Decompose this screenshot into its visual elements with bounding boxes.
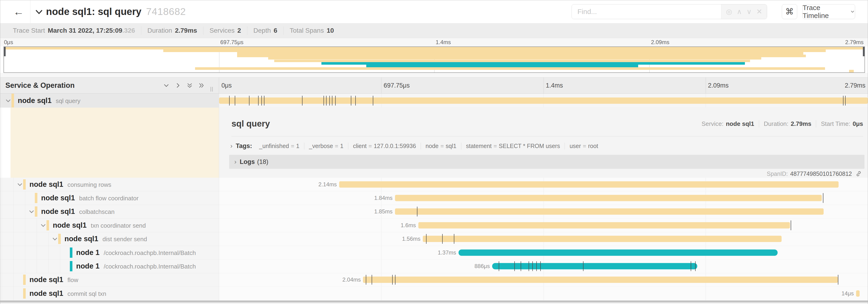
span-tree-item[interactable]: node sql1batch flow coordinator	[0, 191, 219, 205]
log-marker[interactable]	[355, 96, 356, 105]
log-marker[interactable]	[261, 96, 262, 105]
span-tree-item[interactable]: node sql1consuming rows	[0, 178, 219, 191]
minimap-right-scrubber[interactable]	[863, 47, 865, 56]
log-marker[interactable]	[540, 261, 541, 271]
log-marker[interactable]	[372, 275, 372, 284]
log-marker[interactable]	[366, 275, 366, 284]
log-marker[interactable]	[395, 275, 396, 284]
span-duration-bar[interactable]	[423, 236, 782, 242]
span-expander-icon[interactable]	[4, 97, 12, 104]
log-marker[interactable]	[532, 261, 533, 271]
span-duration-bar[interactable]	[459, 249, 778, 256]
log-marker[interactable]	[521, 261, 521, 271]
span-bar-cell[interactable]: 14μs	[219, 287, 868, 300]
span-bar-cell[interactable]: 1.84ms	[219, 191, 868, 205]
span-duration-bar[interactable]	[418, 222, 790, 228]
log-marker[interactable]	[302, 96, 303, 105]
span-tree-item[interactable]: node sql1sql query	[0, 94, 219, 108]
log-marker[interactable]	[426, 234, 427, 244]
expand-all-icon[interactable]	[198, 82, 205, 89]
tags-accordion[interactable]: › Tags: _unfinished = 1 _verbose =	[230, 140, 863, 152]
logs-accordion[interactable]: › Logs (18)	[229, 155, 865, 169]
log-marker[interactable]	[442, 234, 443, 244]
collapse-all-icon[interactable]	[186, 82, 193, 89]
log-marker[interactable]	[417, 207, 417, 216]
span-duration-bar[interactable]	[395, 208, 824, 215]
log-marker[interactable]	[264, 96, 265, 105]
back-button[interactable]: ←	[7, 0, 30, 23]
focus-match-icon[interactable]: ◎	[726, 8, 732, 15]
trace-collapse-chevron-icon[interactable]	[34, 7, 44, 16]
trace-minimap[interactable]	[3, 46, 865, 73]
log-marker[interactable]	[845, 96, 845, 105]
log-marker[interactable]	[583, 261, 584, 271]
log-marker[interactable]	[695, 261, 695, 271]
span-tree-item[interactable]: node sql1colbatchscan	[0, 205, 219, 218]
span-expander-icon[interactable]	[16, 181, 24, 188]
span-expander-icon[interactable]	[39, 222, 47, 229]
span-bar-cell[interactable]	[219, 94, 868, 108]
span-duration-bar[interactable]	[363, 277, 838, 283]
log-marker[interactable]	[499, 261, 499, 271]
span-bar-cell[interactable]: 1.37ms	[219, 246, 868, 260]
log-marker[interactable]	[514, 261, 515, 271]
span-tree-item[interactable]: node sql1flow	[0, 273, 219, 287]
span-duration-bar[interactable]	[856, 290, 860, 297]
minimap-left-scrubber[interactable]	[4, 47, 6, 56]
span-bar-cell[interactable]: 2.14ms	[219, 178, 868, 191]
span-tree-item[interactable]: node sql1dist sender send	[0, 232, 219, 246]
span-bar-cell[interactable]: 1.6ms	[219, 218, 868, 232]
log-marker[interactable]	[329, 96, 330, 105]
log-marker[interactable]	[691, 261, 691, 271]
log-marker[interactable]	[791, 221, 791, 230]
service-color-bar	[46, 220, 49, 231]
link-icon[interactable]	[855, 170, 862, 177]
span-detail-left-gutter	[0, 108, 219, 178]
find-input[interactable]	[572, 4, 721, 19]
log-marker[interactable]	[332, 96, 332, 105]
log-marker[interactable]	[249, 96, 249, 105]
service-color-bar	[11, 94, 14, 107]
span-duration-bar[interactable]	[339, 181, 839, 188]
next-result-icon[interactable]: ∨	[747, 8, 752, 15]
span-duration-bar[interactable]	[219, 97, 868, 104]
span-tree-item[interactable]: node 1/cockroach.roachpb.Internal/Batch	[0, 260, 219, 273]
log-marker[interactable]	[326, 96, 327, 105]
span-bar-cell[interactable]: 1.85ms	[219, 205, 868, 218]
log-marker[interactable]	[235, 96, 235, 105]
expand-one-icon[interactable]	[175, 82, 182, 89]
trace-view-options-button[interactable]: Trace Timeline	[802, 4, 855, 19]
clear-search-icon[interactable]: ✕	[756, 8, 762, 15]
span-duration-label: 2.14ms	[318, 181, 339, 188]
meta-label: Duration:	[764, 120, 788, 128]
log-marker[interactable]	[258, 96, 258, 105]
span-tree-item[interactable]: node sql1txn coordinator send	[0, 218, 219, 232]
log-marker[interactable]	[229, 96, 229, 105]
span-expander-icon[interactable]	[28, 208, 35, 215]
span-tree-item[interactable]: node sql1commit sql txn	[0, 287, 219, 300]
span-expander-icon[interactable]	[51, 235, 59, 243]
prev-result-icon[interactable]: ∧	[737, 8, 742, 15]
span-duration-bar[interactable]	[395, 195, 822, 201]
log-marker[interactable]	[335, 96, 336, 105]
log-marker[interactable]	[838, 275, 838, 284]
column-resizer[interactable]	[211, 87, 214, 92]
log-marker[interactable]	[323, 96, 324, 105]
span-bar-cell[interactable]: 1.56ms	[219, 232, 868, 246]
log-marker[interactable]	[823, 193, 824, 203]
span-bar-cell[interactable]: 2.04ms	[219, 273, 868, 287]
horizontal-scrollbar[interactable]	[0, 301, 868, 303]
log-marker[interactable]	[843, 96, 843, 105]
log-marker[interactable]	[392, 275, 393, 284]
log-marker[interactable]	[529, 261, 529, 271]
log-marker[interactable]	[454, 234, 454, 244]
log-marker[interactable]	[373, 96, 373, 105]
stat-value: 2.79ms	[175, 27, 197, 34]
span-duration-bar[interactable]	[492, 263, 697, 269]
collapse-one-icon[interactable]	[163, 82, 170, 89]
span-tree-item[interactable]: node 1/cockroach.roachpb.Internal/Batch	[0, 246, 219, 260]
log-marker[interactable]	[536, 261, 537, 271]
span-bar-cell[interactable]: 886μs	[219, 260, 868, 273]
log-marker[interactable]	[351, 96, 351, 105]
keyboard-shortcuts-button[interactable]: ⌘	[782, 4, 797, 19]
